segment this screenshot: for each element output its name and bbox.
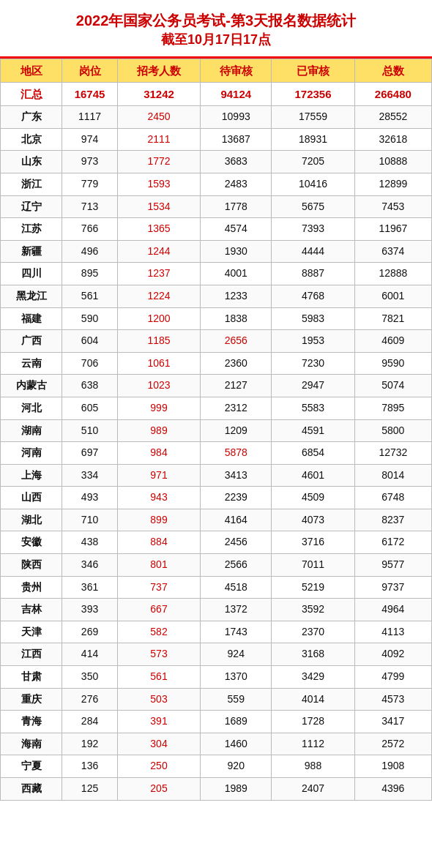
cell-已审核: 4509 (272, 487, 354, 509)
cell-待审核: 4574 (201, 218, 272, 241)
table-row: 天津269582174323704113 (1, 621, 432, 643)
table-row: 吉林393667137235924964 (1, 599, 432, 621)
cell-region: 甘肃 (1, 666, 62, 689)
table-row: 海南192304146011122572 (1, 733, 432, 755)
cell-总数: 4964 (354, 599, 431, 621)
col-header-待审核: 待审核 (201, 59, 272, 83)
table-row: 河北605999231255837895 (1, 397, 432, 419)
cell-region: 云南 (1, 352, 62, 375)
cell-招考人数: 1185 (117, 330, 200, 353)
cell-招考人数: 1534 (117, 195, 200, 218)
cell-已审核: 17559 (272, 106, 354, 129)
cell-已审核: 5219 (272, 576, 354, 599)
cell-岗位: 393 (62, 599, 118, 621)
cell-region: 天津 (1, 621, 62, 643)
cell-待审核: 1778 (201, 195, 272, 218)
cell-总数: 6172 (354, 531, 431, 554)
col-header-region: 地区 (1, 59, 62, 83)
cell-招考人数: 1061 (117, 352, 200, 375)
summary-总数: 266480 (354, 83, 431, 106)
cell-待审核: 3683 (201, 151, 272, 173)
cell-招考人数: 1365 (117, 218, 200, 241)
table-row: 四川89512374001888712888 (1, 263, 432, 285)
cell-招考人数: 205 (117, 778, 200, 801)
cell-待审核: 1689 (201, 711, 272, 733)
cell-招考人数: 2450 (117, 106, 200, 129)
data-table: 地区 岗位 招考人数 待审核 已审核 总数 汇总 16745 31242 941… (0, 59, 432, 800)
cell-总数: 28552 (354, 106, 431, 129)
cell-总数: 4396 (354, 778, 431, 801)
cell-岗位: 438 (62, 531, 118, 554)
cell-岗位: 713 (62, 195, 118, 218)
cell-待审核: 1209 (201, 419, 272, 442)
cell-已审核: 6854 (272, 442, 354, 465)
title-sub: 截至10月17日17点 (7, 31, 425, 49)
table-row: 江苏76613654574739311967 (1, 218, 432, 241)
cell-region: 湖北 (1, 509, 62, 531)
cell-总数: 8014 (354, 464, 431, 487)
cell-岗位: 561 (62, 285, 118, 307)
cell-已审核: 1728 (272, 711, 354, 733)
summary-row: 汇总 16745 31242 94124 172356 266480 (1, 83, 432, 106)
cell-总数: 7821 (354, 307, 431, 330)
cell-岗位: 276 (62, 688, 118, 711)
cell-招考人数: 391 (117, 711, 200, 733)
cell-region: 海南 (1, 733, 62, 755)
cell-region: 内蒙古 (1, 375, 62, 397)
cell-待审核: 1743 (201, 621, 272, 643)
cell-region: 河北 (1, 397, 62, 419)
table-row: 山西493943223945096748 (1, 487, 432, 509)
cell-招考人数: 1593 (117, 173, 200, 195)
cell-已审核: 988 (272, 755, 354, 778)
cell-总数: 11967 (354, 218, 431, 241)
cell-岗位: 974 (62, 128, 118, 151)
cell-region: 宁夏 (1, 755, 62, 778)
cell-岗位: 414 (62, 643, 118, 666)
table-row: 湖北710899416440738237 (1, 509, 432, 531)
cell-region: 吉林 (1, 599, 62, 621)
cell-待审核: 4001 (201, 263, 272, 285)
cell-总数: 9577 (354, 554, 431, 577)
table-row: 新疆4961244193044446374 (1, 240, 432, 263)
cell-岗位: 895 (62, 263, 118, 285)
cell-已审核: 4768 (272, 285, 354, 307)
cell-岗位: 334 (62, 464, 118, 487)
cell-岗位: 706 (62, 352, 118, 375)
cell-已审核: 2407 (272, 778, 354, 801)
cell-待审核: 3413 (201, 464, 272, 487)
cell-招考人数: 899 (117, 509, 200, 531)
cell-招考人数: 667 (117, 599, 200, 621)
cell-待审核: 10993 (201, 106, 272, 129)
cell-总数: 2572 (354, 733, 431, 755)
table-row: 北京9742111136871893132618 (1, 128, 432, 151)
cell-招考人数: 943 (117, 487, 200, 509)
cell-总数: 1908 (354, 755, 431, 778)
cell-待审核: 1233 (201, 285, 272, 307)
table-row: 西藏125205198924074396 (1, 778, 432, 801)
cell-region: 山东 (1, 151, 62, 173)
table-header-row: 地区 岗位 招考人数 待审核 已审核 总数 (1, 59, 432, 83)
cell-岗位: 496 (62, 240, 118, 263)
table-row: 广西6041185265619534609 (1, 330, 432, 353)
cell-待审核: 1460 (201, 733, 272, 755)
cell-岗位: 510 (62, 419, 118, 442)
cell-已审核: 4014 (272, 688, 354, 711)
summary-region: 汇总 (1, 83, 62, 106)
cell-招考人数: 1237 (117, 263, 200, 285)
cell-region: 广西 (1, 330, 62, 353)
cell-招考人数: 2111 (117, 128, 200, 151)
cell-已审核: 7230 (272, 352, 354, 375)
cell-岗位: 604 (62, 330, 118, 353)
cell-招考人数: 801 (117, 554, 200, 577)
cell-总数: 4573 (354, 688, 431, 711)
cell-总数: 12899 (354, 173, 431, 195)
cell-已审核: 1953 (272, 330, 354, 353)
cell-总数: 7453 (354, 195, 431, 218)
cell-已审核: 4591 (272, 419, 354, 442)
cell-已审核: 3592 (272, 599, 354, 621)
cell-岗位: 269 (62, 621, 118, 643)
cell-岗位: 350 (62, 666, 118, 689)
cell-region: 福建 (1, 307, 62, 330)
cell-region: 黑龙江 (1, 285, 62, 307)
col-header-已审核: 已审核 (272, 59, 354, 83)
